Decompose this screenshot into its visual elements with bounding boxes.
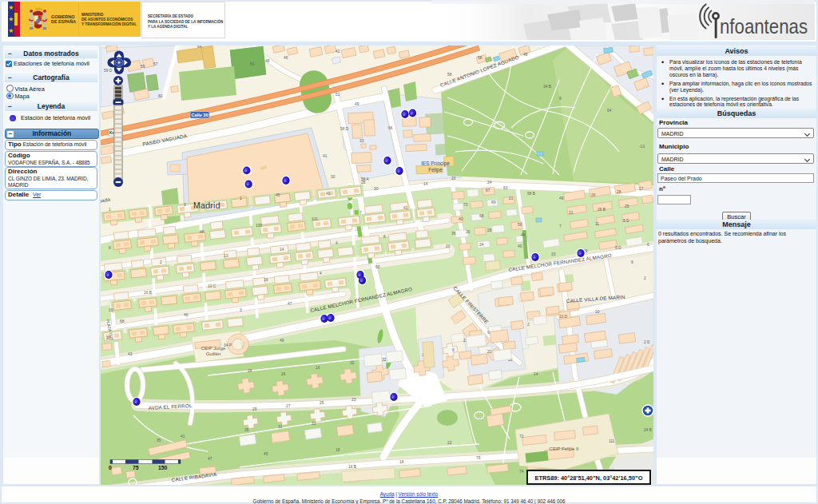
svg-text:Madrid: Madrid — [193, 200, 220, 210]
svg-text:24: 24 — [487, 181, 492, 185]
svg-text:20: 20 — [446, 244, 451, 248]
svg-text:30: 30 — [466, 230, 471, 234]
svg-text:3: 3 — [184, 203, 186, 207]
svg-text:GOBIERNO: GOBIERNO — [51, 14, 74, 19]
svg-text:68: 68 — [120, 319, 125, 323]
svg-text:2: 2 — [644, 276, 646, 280]
svg-text:74: 74 — [519, 470, 524, 474]
svg-text:20: 20 — [487, 350, 492, 354]
svg-text:Calle 30: Calle 30 — [191, 113, 208, 117]
svg-text:42: 42 — [336, 50, 340, 54]
svg-text:22: 22 — [382, 358, 387, 362]
svg-text:64: 64 — [197, 46, 202, 49]
svg-text:8: 8 — [109, 246, 111, 250]
svg-text:DE ASUNTOS ECONÓMICOS: DE ASUNTOS ECONÓMICOS — [81, 16, 133, 22]
svg-text:7: 7 — [359, 211, 362, 215]
svg-text:56: 56 — [518, 223, 522, 227]
svg-text:6: 6 — [647, 243, 649, 247]
svg-text:47: 47 — [288, 302, 292, 306]
svg-text:28: 28 — [617, 190, 621, 194]
svg-text:14: 14 — [534, 372, 538, 376]
svg-text:nfoantenas: nfoantenas — [720, 15, 808, 38]
svg-text:Felipe: Felipe — [428, 167, 443, 173]
svg-text:2: 2 — [160, 260, 162, 264]
svg-text:48: 48 — [265, 59, 270, 63]
svg-text:60: 60 — [158, 94, 163, 98]
svg-text:73: 73 — [463, 203, 468, 207]
svg-text:41: 41 — [326, 192, 331, 196]
svg-text:1: 1 — [240, 196, 242, 200]
svg-text:21: 21 — [509, 196, 514, 200]
svg-text:41: 41 — [181, 435, 185, 439]
svg-text:60: 60 — [375, 265, 380, 269]
svg-text:27: 27 — [286, 404, 291, 408]
svg-text:49: 49 — [280, 339, 284, 343]
svg-text:25: 25 — [625, 204, 629, 208]
svg-text:16: 16 — [264, 278, 268, 282]
svg-text:101: 101 — [312, 217, 318, 221]
svg-text:13: 13 — [224, 254, 228, 258]
svg-text:35: 35 — [244, 428, 249, 432]
svg-text:16 B: 16 B — [144, 291, 152, 295]
svg-text:47: 47 — [208, 457, 212, 461]
svg-text:8: 8 — [452, 348, 455, 352]
svg-text:18: 18 — [336, 448, 340, 452]
svg-text:23: 23 — [351, 398, 356, 402]
svg-text:CEIP Jorge: CEIP Jorge — [201, 346, 226, 351]
svg-text:35: 35 — [157, 439, 161, 442]
svg-text:0: 0 — [109, 465, 112, 470]
svg-text:16 B: 16 B — [348, 465, 356, 469]
svg-text:10: 10 — [595, 310, 600, 314]
svg-text:11: 11 — [595, 222, 599, 226]
svg-text:-13: -13 — [639, 145, 645, 149]
svg-text:4: 4 — [320, 272, 322, 276]
svg-text:59: 59 — [141, 65, 145, 69]
svg-text:36: 36 — [451, 232, 456, 236]
svg-text:49: 49 — [559, 196, 564, 200]
svg-text:25: 25 — [320, 401, 324, 405]
svg-text:14: 14 — [280, 248, 284, 252]
svg-text:31: 31 — [278, 425, 283, 429]
svg-text:26: 26 — [487, 228, 492, 232]
svg-text:16: 16 — [316, 366, 320, 370]
svg-text:111: 111 — [609, 439, 615, 443]
svg-text:50: 50 — [250, 62, 255, 66]
svg-text:24: 24 — [479, 243, 484, 247]
svg-text:67: 67 — [486, 189, 490, 192]
svg-text:6: 6 — [631, 260, 633, 264]
svg-text:20: 20 — [451, 177, 456, 181]
svg-text:6: 6 — [383, 235, 386, 239]
svg-text:75: 75 — [133, 465, 139, 470]
svg-text:69: 69 — [491, 200, 496, 204]
svg-text:46: 46 — [284, 56, 288, 60]
svg-text:ETRS89: 40°28’51,40”N, 03°42’1: ETRS89: 40°28’51,40”N, 03°42’16,50”O — [535, 474, 643, 482]
svg-text:58 D: 58 D — [340, 127, 349, 131]
svg-text:29: 29 — [252, 407, 257, 411]
svg-text:64: 64 — [607, 109, 612, 113]
svg-text:33: 33 — [312, 422, 316, 426]
svg-text:8 D: 8 D — [623, 219, 629, 223]
svg-text:40: 40 — [459, 217, 463, 221]
svg-text:32: 32 — [350, 361, 355, 365]
svg-text:IES Príncipe: IES Príncipe — [421, 161, 450, 167]
svg-text:Guillén: Guillén — [206, 351, 221, 356]
svg-text:63: 63 — [503, 186, 508, 190]
svg-text:30: 30 — [374, 187, 379, 191]
svg-text:10 D: 10 D — [559, 315, 568, 319]
svg-text:10 C: 10 C — [208, 284, 216, 288]
svg-text:28: 28 — [248, 369, 252, 373]
svg-text:59 D: 59 D — [104, 69, 113, 73]
svg-text:45: 45 — [276, 193, 280, 197]
svg-text:68: 68 — [479, 214, 484, 218]
svg-text:72: 72 — [519, 435, 524, 439]
svg-text:26: 26 — [281, 372, 286, 376]
svg-text:51: 51 — [336, 93, 340, 97]
svg-text:79: 79 — [476, 456, 481, 460]
svg-text:58: 58 — [478, 56, 482, 60]
svg-text:26: 26 — [591, 193, 596, 197]
svg-text:Y TRANSFORMACIÓN DIGITAL: Y TRANSFORMACIÓN DIGITAL — [81, 21, 137, 26]
svg-text:33: 33 — [359, 139, 364, 143]
svg-text:DE ESPAÑA: DE ESPAÑA — [51, 19, 76, 24]
svg-text:58 B: 58 B — [527, 192, 535, 196]
svg-text:4: 4 — [336, 241, 338, 245]
